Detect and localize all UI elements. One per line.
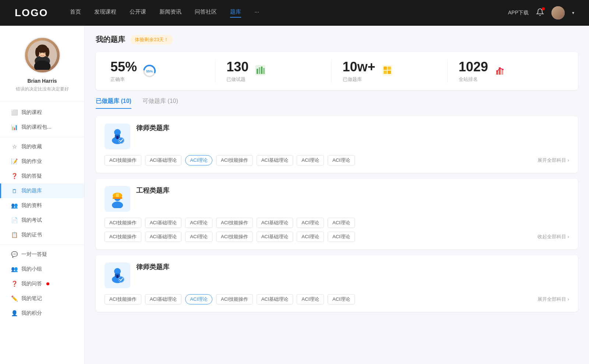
eng-r2-tag-4[interactable]: ACI基础理论 <box>257 232 293 242</box>
nav-qbank[interactable]: 题库 <box>230 8 241 18</box>
rank-chart-icon <box>493 64 508 78</box>
qbank-tags-lawyer-2: ACI技能操作 ACI基础理论 ACI理论 ACI技能操作 ACI基础理论 AC… <box>105 294 569 304</box>
qbank-card-lawyer-2: 律师类题库 ACI技能操作 ACI基础理论 ACI理论 ACI技能操作 ACI基… <box>96 255 578 312</box>
course-pack-icon: 📊 <box>11 124 18 131</box>
l2-tag-6[interactable]: ACI理论 <box>328 294 355 304</box>
eng-tag-2[interactable]: ACI理论 <box>185 218 212 228</box>
sidebar-item-my-qa[interactable]: ❓ 我的问答 <box>0 276 84 291</box>
tag-3[interactable]: ACI技能操作 <box>216 155 253 165</box>
sidebar-item-my-qbank[interactable]: 🗒 我的题库 <box>0 183 84 198</box>
sidebar-item-my-notes[interactable]: ✏️ 我的笔记 <box>0 291 84 306</box>
qbank-tags-engineer-row1: ACI技能操作 ACI基础理论 ACI理论 ACI技能操作 ACI基础理论 AC… <box>105 218 569 228</box>
nav-open-course[interactable]: 公开课 <box>130 8 146 18</box>
eng-tag-0[interactable]: ACI技能操作 <box>105 218 141 228</box>
sidebar-item-my-favorites[interactable]: ☆ 我的收藏 <box>0 139 84 154</box>
accuracy-chart-icon: 55% <box>142 64 157 78</box>
sidebar-item-my-course[interactable]: ⬜ 我的课程 <box>0 105 84 120</box>
nav-home[interactable]: 首页 <box>70 8 81 18</box>
questions-chart-icon <box>254 64 268 78</box>
app-download-btn[interactable]: APP下载 <box>508 10 529 16</box>
user-profile: Brian Harris 错误的决定比没有决定要好 <box>0 37 84 101</box>
nav-more[interactable]: ··· <box>254 8 259 18</box>
svg-rect-22 <box>388 71 391 74</box>
tab-available[interactable]: 可做题库 (10) <box>142 97 178 109</box>
svg-text:55%: 55% <box>146 69 153 73</box>
user-dropdown-arrow[interactable]: ▾ <box>572 10 574 15</box>
expand-link-lawyer-2[interactable]: 展开全部科目 › <box>537 296 569 303</box>
nav-news[interactable]: 新闻资讯 <box>159 8 181 18</box>
user-name: Brian Harris <box>7 78 77 84</box>
sidebar-item-my-questions[interactable]: ❓ 我的答疑 <box>0 169 84 183</box>
expand-link-lawyer-1[interactable]: 展开全部科目 › <box>537 157 569 164</box>
qa-icon: ❓ <box>11 281 18 287</box>
user-avatar-nav[interactable] <box>551 6 565 19</box>
stat-rank-value: 1029 全站排名 <box>459 59 488 83</box>
tag-6[interactable]: ACI理论 <box>328 155 355 165</box>
eng-r2-tag-5[interactable]: ACI理论 <box>297 232 324 242</box>
svg-rect-15 <box>259 67 260 74</box>
qbank-icon: 🗒 <box>11 188 18 194</box>
points-icon: 👤 <box>11 310 18 317</box>
divider-2 <box>0 245 84 245</box>
svg-rect-17 <box>263 68 265 74</box>
favorites-icon: ☆ <box>11 143 18 150</box>
svg-point-34 <box>112 201 123 208</box>
eng-tag-1[interactable]: ACI基础理论 <box>145 218 182 228</box>
l2-tag-4[interactable]: ACI基础理论 <box>257 294 293 304</box>
sidebar-item-my-course-pack[interactable]: 📊 我的课程包... <box>0 120 84 135</box>
svg-rect-19 <box>384 67 387 70</box>
eng-tag-6[interactable]: ACI理论 <box>328 218 355 228</box>
sidebar-item-my-certificate[interactable]: 📋 我的证书 <box>0 228 84 242</box>
group-icon: 👥 <box>11 266 18 272</box>
eng-tag-4[interactable]: ACI基础理论 <box>257 218 293 228</box>
eng-r2-tag-6[interactable]: ACI理论 <box>328 232 355 242</box>
l2-tag-0[interactable]: ACI技能操作 <box>105 294 141 304</box>
sidebar-item-one-on-one[interactable]: 💬 一对一答疑 <box>0 247 84 262</box>
stat-questions: 130 已做试题 <box>215 59 331 83</box>
tab-done[interactable]: 已做题库 (10) <box>96 97 131 109</box>
svg-rect-16 <box>261 67 262 74</box>
qbank-header-lawyer-2: 律师类题库 <box>105 263 569 288</box>
nav-discover[interactable]: 发现课程 <box>94 8 116 18</box>
stat-questions-value: 130 已做试题 <box>226 59 248 83</box>
stat-accuracy: 55% 正确率 55% <box>110 59 215 83</box>
tag-4[interactable]: ACI基础理论 <box>257 155 293 165</box>
tag-1[interactable]: ACI基础理论 <box>145 155 182 165</box>
trial-badge: 体验剩余23天！ <box>130 35 173 44</box>
eng-r2-tag-2[interactable]: ACI理论 <box>185 232 212 242</box>
user-motto: 错误的决定比没有决定要好 <box>7 86 77 92</box>
l2-tag-1[interactable]: ACI基础理论 <box>145 294 182 304</box>
l2-tag-2[interactable]: ACI理论 <box>185 294 212 304</box>
sidebar-item-my-exam[interactable]: 📄 我的考试 <box>0 213 84 228</box>
qbank-tags-lawyer-1: ACI技能操作 ACI基础理论 ACI理论 ACI技能操作 ACI基础理论 AC… <box>105 155 569 165</box>
svg-rect-14 <box>257 69 258 74</box>
exam-icon: 📄 <box>11 217 18 224</box>
data-icon: 👥 <box>11 202 18 209</box>
eng-r2-tag-3[interactable]: ACI技能操作 <box>216 232 253 242</box>
sidebar-item-my-homework[interactable]: 📝 我的作业 <box>0 154 84 169</box>
eng-r2-tag-1[interactable]: ACI基础理论 <box>145 232 182 242</box>
qbank-title-lawyer-2: 律师类题库 <box>136 263 169 271</box>
sidebar-item-my-group[interactable]: 👥 我的小组 <box>0 262 84 276</box>
navbar-right: APP下载 ▾ <box>508 6 574 19</box>
notes-icon: ✏️ <box>11 295 18 302</box>
nav-qa[interactable]: 问答社区 <box>195 8 217 18</box>
tag-5[interactable]: ACI理论 <box>297 155 324 165</box>
course-icon: ⬜ <box>11 109 18 116</box>
collapse-link-engineer[interactable]: 收起全部科目 › <box>537 233 569 240</box>
eng-tag-5[interactable]: ACI理论 <box>297 218 324 228</box>
engineer-icon-wrap <box>105 186 130 212</box>
notification-bell[interactable] <box>536 8 544 18</box>
eng-r2-tag-0[interactable]: ACI技能操作 <box>105 232 141 242</box>
sidebar-item-my-points[interactable]: 👤 我的积分 <box>0 306 84 321</box>
tag-2[interactable]: ACI理论 <box>185 155 212 165</box>
logo[interactable]: LOGO <box>15 7 48 19</box>
tab-bar: 已做题库 (10) 可做题库 (10) <box>96 97 578 109</box>
l2-tag-5[interactable]: ACI理论 <box>297 294 324 304</box>
l2-tag-3[interactable]: ACI技能操作 <box>216 294 253 304</box>
questions-icon: ❓ <box>11 173 18 179</box>
sidebar-item-my-data[interactable]: 👥 我的资料 <box>0 198 84 213</box>
page-header: 我的题库 体验剩余23天！ <box>96 35 578 44</box>
eng-tag-3[interactable]: ACI技能操作 <box>216 218 253 228</box>
tag-0[interactable]: ACI技能操作 <box>105 155 141 165</box>
